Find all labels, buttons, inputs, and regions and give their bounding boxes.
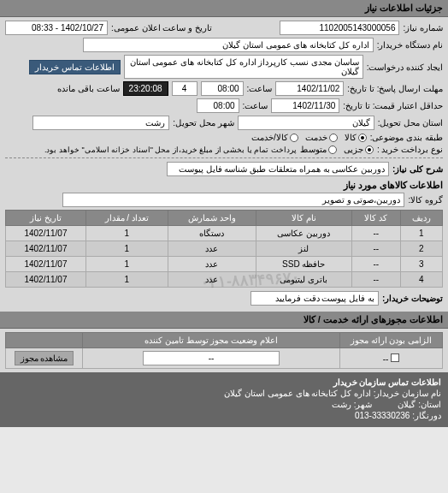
- radio-both-label: کالا/خدمت: [251, 133, 288, 142]
- table-row: 4--باتری لیتیومی۰۲۱-۸۸۳۴۹۶۷۰عدد11402/11/…: [6, 272, 443, 288]
- info-panel: شماره نیاز: 1102005143000056 تاریخ و ساع…: [0, 17, 448, 312]
- goods-cell: 4: [400, 272, 442, 288]
- goods-cell: 1: [85, 257, 168, 272]
- goods-cell: 2: [400, 241, 442, 257]
- goods-cell: عدد: [168, 272, 256, 288]
- table-row: 3--حافظه SSDعدد11402/11/07: [6, 257, 443, 272]
- contact-buyer-button[interactable]: اطلاعات تماس خریدار: [29, 60, 121, 74]
- license-panel: الزامی بودن ارائه مجوز اعلام وضعیت مجوز …: [0, 329, 448, 372]
- quality-radio-group: جزیی متوسط: [300, 145, 374, 154]
- section-header-main: جزئیات اطلاعات نیاز: [0, 0, 448, 17]
- buyer-note-value: به فایل پیوست دقت فرمایید: [251, 291, 379, 306]
- category-radio-group: کالا خدمت کالا/خدمت: [251, 133, 367, 142]
- pay-method-label: نوع برداخت خرید :: [377, 145, 443, 154]
- city-label: شهر محل تحویل:: [173, 118, 233, 128]
- goods-col-0: ردیف: [400, 211, 442, 226]
- time-label-1: ساعت:: [247, 84, 273, 93]
- goods-cell: --: [351, 241, 400, 257]
- table-row: 2--لنزعدد11402/11/07: [6, 241, 443, 257]
- goods-cell: 1: [85, 272, 168, 288]
- goods-cell: 1402/11/07: [6, 272, 86, 288]
- desc-value: دوربین عکاسی به همراه متعلقات طبق شناسه …: [167, 162, 389, 176]
- goods-cell: 1402/11/07: [6, 257, 86, 272]
- goods-cell: --: [351, 272, 400, 288]
- buyer-label: نام دستگاه خریدار:: [377, 40, 443, 50]
- announce-value: 1402/10/27 - 08:33: [5, 21, 108, 35]
- deadline-reply-time: 08:00: [201, 81, 244, 96]
- goods-cell: 1: [400, 226, 442, 241]
- radio-mid[interactable]: [328, 146, 337, 154]
- goods-col-3: واحد شمارش: [168, 211, 256, 226]
- table-row: 1--دوربین عکاسیدستگاه11402/11/07: [6, 226, 443, 241]
- remaining-label: ساعت باقی مانده: [57, 84, 120, 93]
- group-value: دوربین،صوتی و تصویر: [62, 193, 404, 207]
- license-col-0: الزامی بودن ارائه مجوز: [340, 333, 443, 348]
- radio-goods-label: کالا: [345, 133, 357, 142]
- goods-cell: --: [351, 257, 400, 272]
- buyer-value: اداره کل کتابخانه های عمومی استان گیلان: [83, 38, 374, 52]
- categorize-label: طبقه بندی موضوعی:: [370, 133, 443, 142]
- radio-service[interactable]: [329, 134, 338, 142]
- time-label-2: ساعت:: [243, 101, 268, 110]
- radio-both[interactable]: [290, 134, 298, 142]
- goods-cell: 1402/11/07: [6, 241, 86, 257]
- goods-col-4: تعداد / مقدار: [85, 211, 168, 226]
- goods-col-2: نام کالا: [256, 211, 351, 226]
- city-value: رشت: [32, 116, 169, 130]
- goods-cell: --: [351, 226, 400, 241]
- goods-cell: باتری لیتیومی۰۲۱-۸۸۳۴۹۶۷۰: [256, 272, 351, 288]
- license-status-select[interactable]: --: [143, 351, 280, 365]
- deadline-reply-date: 1402/11/02: [275, 81, 344, 96]
- contact-fax: 33330236-013: [355, 411, 410, 420]
- goods-table: ردیفکد کالانام کالاواحد شمارشتعداد / مقد…: [5, 210, 443, 288]
- deadline-price-time: 08:00: [197, 98, 239, 113]
- radio-goods[interactable]: [358, 134, 367, 142]
- pay-method-value: پرداخت تمام یا بخشی از مبلغ خرید،از محل …: [44, 146, 297, 154]
- contact-org-label: نام سازمان خریدار:: [374, 389, 441, 398]
- goods-cell: 3: [400, 257, 442, 272]
- contact-city: رشت: [332, 400, 351, 409]
- contact-city-label: شهر:: [354, 400, 373, 409]
- goods-cell: 1: [85, 241, 168, 257]
- radio-low-label: جزیی: [344, 145, 363, 154]
- goods-cell: عدد: [168, 241, 256, 257]
- req-no-value: 1102005143000056: [280, 21, 399, 35]
- requester-label: ایجاد کننده درخواست:: [367, 62, 443, 72]
- req-no-label: شماره نیاز:: [403, 23, 443, 33]
- deadline-price-label: حداقل اعتبار قیمت: تا تاریخ:: [343, 101, 443, 110]
- deadline-reply-label: مهلت ارسال پاسخ: تا تاریخ:: [347, 84, 443, 93]
- contact-section: اطلاعات تماس سازمان خریدار نام سازمان خر…: [0, 372, 448, 427]
- separator: [5, 157, 443, 158]
- goods-cell: 1: [85, 226, 168, 241]
- radio-service-label: خدمت: [305, 133, 327, 142]
- buyer-note-label: توضیحات خریدار:: [382, 294, 443, 303]
- license-required-checkbox[interactable]: [391, 353, 399, 362]
- contact-header: اطلاعات تماس سازمان خریدار: [7, 377, 441, 387]
- goods-header: اطلاعات کالاهای مورد نیاز: [5, 180, 443, 191]
- goods-col-5: تاریخ نیاز: [6, 211, 86, 226]
- days-left: 4: [172, 81, 197, 96]
- license-col-2: [6, 333, 83, 348]
- goods-cell: 1402/11/07: [6, 226, 86, 241]
- goods-cell: لنز: [256, 241, 351, 257]
- contact-fax-label: دورنگار:: [412, 411, 441, 420]
- goods-cell: دستگاه: [168, 226, 256, 241]
- radio-mid-label: متوسط: [300, 145, 327, 154]
- desc-label: شرح کلی نیاز:: [392, 164, 443, 174]
- contact-province: گیلان: [398, 400, 416, 409]
- contact-org: اداره کل کتابخانه های عمومی استان گیلان: [224, 389, 371, 398]
- group-label: گروه کالا:: [408, 195, 443, 205]
- announce-label: تاریخ و ساعت اعلان عمومی:: [111, 23, 212, 33]
- goods-cell: دوربین عکاسی: [256, 226, 351, 241]
- goods-cell: عدد: [168, 257, 256, 272]
- view-license-button[interactable]: مشاهده مجوز: [15, 351, 74, 365]
- license-table: الزامی بودن ارائه مجوز اعلام وضعیت مجوز …: [5, 332, 443, 369]
- province-value: گیلان: [238, 116, 374, 130]
- goods-col-1: کد کالا: [351, 211, 400, 226]
- section-header-license: اطلاعات مجوزهای ارائه خدمت / کالا: [0, 312, 448, 329]
- radio-low[interactable]: [365, 146, 374, 154]
- deadline-price-date: 1402/11/30: [271, 98, 339, 113]
- goods-cell: حافظه SSD: [256, 257, 351, 272]
- contact-province-label: استان:: [418, 400, 441, 409]
- license-cell-0: --: [383, 354, 389, 364]
